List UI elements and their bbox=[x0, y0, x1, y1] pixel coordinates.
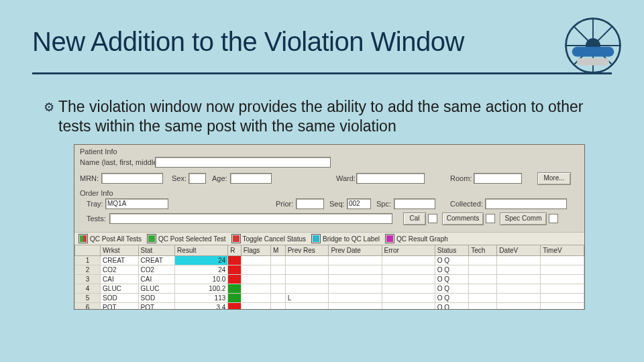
table-row[interactable]: 1CREATCREAT24O Q bbox=[75, 256, 584, 265]
seq-field[interactable]: 002 bbox=[347, 198, 371, 209]
table-row[interactable]: 3CAICAI10.0O Q bbox=[75, 275, 584, 284]
toggle-cancel-button[interactable]: Toggle Cancel Status bbox=[231, 234, 307, 243]
age-field[interactable] bbox=[230, 173, 272, 184]
svg-rect-6 bbox=[572, 47, 614, 57]
name-label: Name (last, first, middle): bbox=[80, 158, 162, 166]
conference-emblem-icon bbox=[562, 15, 624, 76]
table-row[interactable]: 4GLUCGLUC100.2O Q bbox=[75, 284, 584, 294]
seq-label: Seq: bbox=[329, 200, 345, 208]
bridge-qc-icon bbox=[311, 234, 321, 243]
col-flags[interactable]: Flags bbox=[241, 245, 270, 256]
more-button[interactable]: More... bbox=[537, 172, 571, 185]
mrn-field[interactable] bbox=[101, 173, 163, 184]
qc-post-all-button[interactable]: QC Post All Tests bbox=[78, 234, 142, 243]
col-datev[interactable]: DateV bbox=[497, 245, 541, 256]
tests-label: Tests: bbox=[87, 215, 106, 223]
gear-icon: ⚙ bbox=[44, 100, 54, 115]
table-row[interactable]: 6POTPOT3.4O Q bbox=[75, 303, 584, 310]
col-prev-date[interactable]: Prev Date bbox=[329, 245, 382, 256]
tray-label: Tray: bbox=[87, 200, 103, 208]
col-tech[interactable]: Tech bbox=[469, 245, 497, 256]
col-result[interactable]: Result bbox=[175, 245, 228, 256]
spec-comm-checkbox[interactable] bbox=[549, 214, 558, 223]
col-prev-res[interactable]: Prev Res bbox=[285, 245, 329, 256]
toolbar: QC Post All Tests QC Post Selected Test … bbox=[74, 232, 584, 245]
table-row[interactable]: 2CO2CO224O Q bbox=[75, 265, 584, 275]
prior-field[interactable] bbox=[296, 198, 324, 209]
bullet-item: ⚙ The violation window now provides the … bbox=[44, 97, 600, 136]
col-wrkst[interactable]: Wrkst bbox=[101, 245, 139, 256]
prior-label: Prior: bbox=[276, 200, 293, 208]
bridge-qc-button[interactable]: Bridge to QC Label bbox=[311, 234, 380, 243]
mrn-label: MRN: bbox=[80, 174, 99, 182]
app-window: Patient Info Name (last, first, middle):… bbox=[74, 144, 585, 310]
spc-label: Spc: bbox=[376, 200, 391, 208]
qc-graph-button[interactable]: QC Result Graph bbox=[385, 234, 448, 243]
order-info-group-label: Order Info bbox=[80, 189, 113, 197]
table-row[interactable]: 5SODSOD113LO Q bbox=[75, 294, 584, 303]
col-r[interactable]: R bbox=[228, 245, 241, 256]
tray-field[interactable]: MQ1A bbox=[105, 198, 168, 209]
col-stat[interactable]: Stat bbox=[138, 245, 175, 256]
sex-field[interactable] bbox=[189, 173, 206, 184]
collected-field[interactable] bbox=[485, 198, 567, 209]
cal-checkbox[interactable] bbox=[428, 214, 437, 223]
results-grid[interactable]: WrkstStatResultRFlagsMPrev ResPrev DateE… bbox=[74, 245, 584, 309]
spc-field[interactable] bbox=[394, 198, 435, 209]
qc-graph-icon bbox=[385, 234, 394, 243]
page-title: New Addition to the Violation Window bbox=[32, 27, 624, 57]
svg-rect-7 bbox=[577, 58, 609, 65]
sex-label: Sex: bbox=[172, 174, 186, 182]
room-field[interactable] bbox=[474, 173, 522, 184]
name-field[interactable] bbox=[155, 157, 331, 168]
age-label: Age: bbox=[212, 174, 227, 182]
title-divider bbox=[32, 72, 612, 74]
bullet-text: The violation window now provides the ab… bbox=[58, 97, 600, 136]
toggle-cancel-icon bbox=[231, 234, 241, 243]
cal-button[interactable]: Cal bbox=[403, 213, 426, 225]
spec-comm-button[interactable]: Spec Comm bbox=[500, 213, 547, 225]
col-timev[interactable]: TimeV bbox=[541, 245, 584, 256]
comments-button[interactable]: Comments bbox=[442, 213, 484, 225]
col-m[interactable]: M bbox=[271, 245, 286, 256]
col-error[interactable]: Error bbox=[382, 245, 435, 256]
room-label: Room: bbox=[450, 174, 472, 182]
col-status[interactable]: Status bbox=[435, 245, 468, 256]
patient-info-group-label: Patient Info bbox=[80, 147, 117, 156]
tests-field[interactable] bbox=[109, 213, 392, 224]
qc-post-selected-button[interactable]: QC Post Selected Test bbox=[147, 234, 225, 243]
qc-post-all-icon bbox=[78, 234, 88, 243]
ward-label: Ward: bbox=[336, 174, 356, 182]
collected-label: Collected: bbox=[450, 200, 483, 208]
qc-post-selected-icon bbox=[147, 234, 156, 243]
comments-checkbox[interactable] bbox=[486, 214, 495, 223]
ward-field[interactable] bbox=[356, 173, 425, 184]
